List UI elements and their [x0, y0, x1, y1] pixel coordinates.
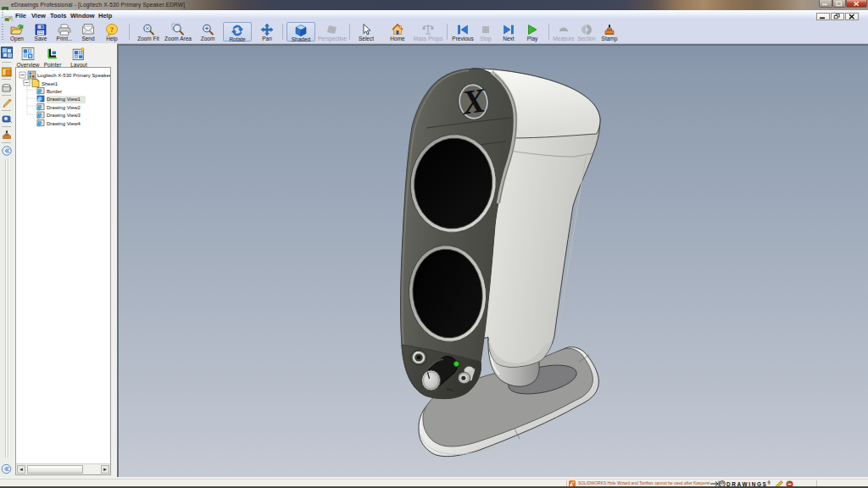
- svg-text:Drawing View1: Drawing View1: [47, 97, 81, 102]
- svg-text:?: ?: [110, 25, 114, 34]
- svg-text:Border: Border: [47, 89, 62, 94]
- svg-text:Drawing View3: Drawing View3: [47, 113, 81, 118]
- svg-text:Drawing View2: Drawing View2: [47, 105, 81, 110]
- svg-text:Logitech X-530 Primary Speaker: Logitech X-530 Primary Speaker: [37, 73, 110, 78]
- svg-text:Sheet1: Sheet1: [42, 81, 58, 86]
- svg-text:Drawing View4: Drawing View4: [47, 121, 81, 126]
